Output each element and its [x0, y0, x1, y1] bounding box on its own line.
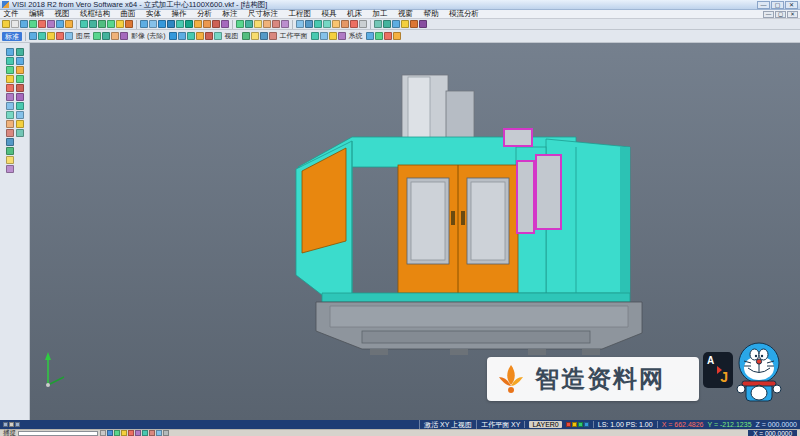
toolbar-icon[interactable]	[393, 32, 401, 40]
toolbar-icon[interactable]	[6, 129, 14, 137]
toolbar-icon[interactable]	[6, 57, 14, 65]
toolbar-icon[interactable]	[6, 48, 14, 56]
toolbar-icon[interactable]	[6, 75, 14, 83]
toolbar-icon[interactable]	[392, 20, 400, 28]
menu-item[interactable]: 操作	[168, 9, 190, 19]
snap-toggle-icon[interactable]	[107, 430, 113, 436]
toolbar-icon[interactable]	[111, 32, 119, 40]
toolbar-icon[interactable]	[194, 20, 202, 28]
toolbar-icon[interactable]	[102, 32, 110, 40]
status-icon[interactable]	[9, 422, 14, 427]
doc-minimize-button[interactable]: —	[763, 11, 774, 18]
toolbar-icon[interactable]	[6, 120, 14, 128]
menu-item[interactable]: 尺寸标注	[245, 9, 282, 19]
toolbar-icon[interactable]	[203, 20, 211, 28]
snap-toggle-icon[interactable]	[128, 430, 134, 436]
toolbar-icon[interactable]	[419, 20, 427, 28]
toolbar-icon[interactable]	[89, 20, 97, 28]
toolbar-icon[interactable]	[116, 20, 124, 28]
toolbar-icon[interactable]	[107, 20, 115, 28]
toolbar-icon[interactable]	[6, 138, 14, 146]
toolbar-icon[interactable]	[314, 20, 322, 28]
toolbar-icon[interactable]	[47, 20, 55, 28]
toolbar-icon[interactable]	[245, 20, 253, 28]
toolbar-icon[interactable]	[6, 93, 14, 101]
toolbar-icon[interactable]	[187, 32, 195, 40]
toolbar-icon[interactable]	[296, 20, 304, 28]
snap-toggle-icon[interactable]	[163, 430, 169, 436]
toolbar-icon[interactable]	[205, 32, 213, 40]
toolbar-icon[interactable]	[323, 20, 331, 28]
menu-item[interactable]: 视图	[51, 9, 73, 19]
toolbar-icon[interactable]	[185, 20, 193, 28]
layer-color-swatch[interactable]	[578, 422, 583, 427]
toolbar-icon[interactable]	[56, 32, 64, 40]
menu-item[interactable]: 实体	[143, 9, 165, 19]
toolbar-icon[interactable]	[11, 20, 19, 28]
toolbar-icon[interactable]	[29, 32, 37, 40]
toolbar-icon[interactable]	[16, 102, 24, 110]
toolbar-icon[interactable]	[65, 20, 73, 28]
toolbar-icon[interactable]	[149, 20, 157, 28]
toolbar-icon[interactable]	[332, 20, 340, 28]
toolbar-icon[interactable]	[2, 20, 10, 28]
toolbar-icon[interactable]	[38, 32, 46, 40]
toolbar-icon[interactable]	[384, 32, 392, 40]
toolbar-icon[interactable]	[305, 20, 313, 28]
toolbar-icon[interactable]	[329, 32, 337, 40]
menu-item[interactable]: 编辑	[26, 9, 48, 19]
snap-toggle-icon[interactable]	[156, 430, 162, 436]
toolbar-icon[interactable]	[350, 20, 358, 28]
menu-item[interactable]: 曲面	[117, 9, 139, 19]
toolbar-icon[interactable]	[16, 84, 24, 92]
toolbar-icon[interactable]	[38, 20, 46, 28]
standard-tab[interactable]: 标准	[2, 32, 22, 41]
toolbar-icon[interactable]	[120, 32, 128, 40]
menu-item[interactable]: 标注	[219, 9, 241, 19]
toolbar-icon[interactable]	[6, 165, 14, 173]
close-button[interactable]: ✕	[785, 1, 798, 9]
toolbar-icon[interactable]	[242, 32, 250, 40]
toolbar-icon[interactable]	[221, 20, 229, 28]
toolbar-icon[interactable]	[236, 20, 244, 28]
snap-toggle-icon[interactable]	[149, 430, 155, 436]
maximize-button[interactable]: ▢	[771, 1, 784, 9]
toolbar-icon[interactable]	[16, 57, 24, 65]
toolbar-icon[interactable]	[176, 20, 184, 28]
snap-toggle-icon[interactable]	[121, 430, 127, 436]
minimize-button[interactable]: —	[757, 1, 770, 9]
menu-item[interactable]: 模流分析	[446, 9, 483, 19]
toolbar-icon[interactable]	[269, 32, 277, 40]
workplane-indicator[interactable]: 工作平面 XY	[476, 420, 520, 430]
layer-color-swatch[interactable]	[566, 422, 571, 427]
toolbar-icon[interactable]	[98, 20, 106, 28]
toolbar-icon[interactable]	[320, 32, 328, 40]
toolbar-icon[interactable]	[140, 20, 148, 28]
layer-button[interactable]: LAYER0	[529, 421, 561, 428]
toolbar-icon[interactable]	[16, 75, 24, 83]
menu-item[interactable]: 加工	[369, 9, 391, 19]
toolbar-icon[interactable]	[196, 32, 204, 40]
toolbar-icon[interactable]	[338, 32, 346, 40]
active-view-indicator[interactable]: 激活 XY 上视图	[419, 420, 472, 430]
toolbar-icon[interactable]	[16, 120, 24, 128]
snap-input[interactable]	[18, 431, 98, 436]
snap-toggle-icon[interactable]	[135, 430, 141, 436]
toolbar-icon[interactable]	[158, 20, 166, 28]
toolbar-icon[interactable]	[56, 20, 64, 28]
toolbar-icon[interactable]	[6, 84, 14, 92]
toolbar-icon[interactable]	[359, 20, 367, 28]
toolbar-icon[interactable]	[374, 20, 382, 28]
toolbar-icon[interactable]	[93, 32, 101, 40]
toolbar-icon[interactable]	[16, 93, 24, 101]
toolbar-icon[interactable]	[169, 32, 177, 40]
toolbar-icon[interactable]	[29, 20, 37, 28]
menu-item[interactable]: 帮助	[420, 9, 442, 19]
toolbar-icon[interactable]	[383, 20, 391, 28]
menu-item[interactable]: 视窗	[395, 9, 417, 19]
status-icon[interactable]	[15, 422, 20, 427]
toolbar-icon[interactable]	[6, 102, 14, 110]
toolbar-icon[interactable]	[272, 20, 280, 28]
snap-toggle-icon[interactable]	[114, 430, 120, 436]
toolbar-icon[interactable]	[401, 20, 409, 28]
